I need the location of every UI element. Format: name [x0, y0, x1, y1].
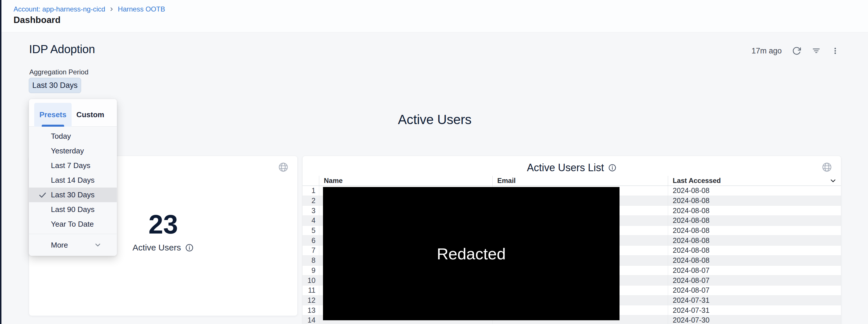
aggregation-period-button[interactable]: Last 30 Days	[29, 78, 81, 93]
column-header-name[interactable]: Name	[319, 176, 492, 186]
preset-option[interactable]: Last 14 Days	[29, 173, 117, 187]
row-number-cell: 9	[303, 266, 319, 276]
row-number-header	[303, 176, 319, 186]
check-icon	[38, 191, 48, 199]
last-accessed-cell: 2024-08-08	[668, 206, 841, 215]
last-accessed-cell: 2024-07-30	[668, 315, 841, 324]
list-card-title-row: Active Users List	[303, 162, 841, 174]
chevron-right-icon	[109, 6, 115, 12]
refresh-icon[interactable]	[792, 46, 801, 56]
info-icon[interactable]	[608, 164, 617, 172]
preset-option-label: Last 90 Days	[51, 205, 95, 214]
last-accessed-cell: 2024-08-07	[668, 286, 841, 295]
preset-options-list: Today Yesterday Last 7 Days	[29, 127, 117, 234]
dashboard-canvas: IDP Adoption 17m ago Aggregation Period …	[1, 32, 868, 324]
tab-custom-label: Custom	[76, 110, 104, 119]
last-accessed-cell: 2024-07-31	[668, 305, 841, 315]
globe-icon[interactable]	[278, 162, 289, 174]
preset-option-label: Last 14 Days	[51, 176, 95, 185]
row-number-cell: 6	[303, 236, 319, 245]
breadcrumb-page-link[interactable]: Harness OOTB	[118, 5, 165, 13]
row-number-cell: 5	[303, 226, 319, 236]
preset-option[interactable]: Last 30 Days	[29, 187, 117, 202]
row-number-cell: 13	[303, 305, 319, 315]
last-accessed-cell: 2024-08-08	[668, 256, 841, 265]
page-header: Account: app-harness-ng-cicd Harness OOT…	[1, 0, 868, 32]
dropdown-tabs: Presets Custom	[29, 99, 117, 127]
redacted-label: Redacted	[437, 245, 506, 263]
check-icon	[38, 147, 48, 155]
check-icon	[38, 220, 48, 229]
tab-presets-label: Presets	[39, 110, 66, 119]
last-accessed-cell: 2024-08-08	[668, 236, 841, 245]
tab-custom[interactable]: Custom	[72, 103, 109, 127]
row-number-cell: 10	[303, 276, 319, 285]
check-icon	[38, 161, 48, 170]
row-number-cell: 14	[303, 315, 319, 324]
row-number-cell: 3	[303, 206, 319, 215]
active-users-heading: Active Users	[398, 112, 472, 127]
list-card-title: Active Users List	[527, 162, 604, 174]
more-label: More	[51, 241, 68, 250]
last-accessed-cell: 2024-08-08	[668, 196, 841, 206]
check-icon	[38, 205, 48, 214]
dashboard-controls: 17m ago	[751, 46, 839, 56]
page-title: Dashboard	[13, 15, 61, 25]
kebab-menu-icon[interactable]	[831, 47, 839, 55]
preset-option-label: Year To Date	[51, 220, 94, 229]
info-icon[interactable]	[185, 243, 194, 252]
preset-option-label: Yesterday	[51, 146, 84, 155]
last-accessed-cell: 2024-07-31	[668, 295, 841, 305]
last-accessed-cell: 2024-08-07	[668, 266, 841, 276]
column-header-email[interactable]: Email	[492, 176, 668, 186]
row-number-cell: 11	[303, 286, 319, 295]
row-number-cell: 12	[303, 295, 319, 305]
aggregation-period-label: Aggregation Period	[29, 68, 88, 76]
dashboard-page: Account: app-harness-ng-cicd Harness OOT…	[0, 0, 868, 324]
preset-option[interactable]: Year To Date	[29, 217, 117, 231]
check-icon	[38, 132, 48, 141]
chevron-down-icon[interactable]	[829, 177, 837, 186]
preset-option[interactable]: Yesterday	[29, 144, 117, 158]
preset-option[interactable]: Last 90 Days	[29, 202, 117, 217]
check-icon	[38, 176, 48, 185]
tab-presets[interactable]: Presets	[34, 103, 72, 127]
last-accessed-cell: 2024-08-08	[668, 246, 841, 255]
last-accessed-cell: 2024-08-08	[668, 186, 841, 195]
aggregation-period-dropdown: Presets Custom Today	[29, 99, 117, 256]
last-accessed-cell: 2024-08-07	[668, 276, 841, 285]
preset-option-label: Last 30 Days	[51, 190, 95, 199]
last-refreshed-label: 17m ago	[751, 46, 782, 56]
row-number-cell: 4	[303, 216, 319, 225]
row-number-cell: 2	[303, 196, 319, 206]
breadcrumb-account-link[interactable]: Account: app-harness-ng-cicd	[13, 5, 105, 13]
more-option[interactable]: More	[29, 234, 117, 256]
preset-option[interactable]: Last 7 Days	[29, 158, 117, 173]
preset-option-label: Last 7 Days	[51, 161, 90, 170]
breadcrumb: Account: app-harness-ng-cicd Harness OOT…	[13, 5, 165, 13]
dashboard-title: IDP Adoption	[29, 43, 95, 56]
column-header-last-accessed[interactable]: Last Accessed	[668, 176, 841, 186]
table-header: Name Email Last Accessed	[303, 176, 841, 186]
last-accessed-cell: 2024-08-08	[668, 226, 841, 236]
chevron-down-icon	[94, 241, 102, 249]
stat-label: Active Users	[132, 243, 181, 252]
active-users-list-card: Active Users List Name Email Last Access…	[302, 156, 841, 324]
row-number-cell: 7	[303, 246, 319, 255]
active-tab-indicator	[42, 125, 64, 127]
preset-option[interactable]: Today	[29, 129, 117, 144]
redacted-overlay: Redacted	[323, 187, 620, 320]
collapsed-sidebar-edge	[0, 0, 1, 324]
row-number-cell: 8	[303, 256, 319, 265]
row-number-cell: 1	[303, 186, 319, 195]
filter-icon[interactable]	[812, 46, 821, 56]
preset-option-label: Today	[51, 132, 71, 141]
last-accessed-cell: 2024-08-08	[668, 216, 841, 225]
